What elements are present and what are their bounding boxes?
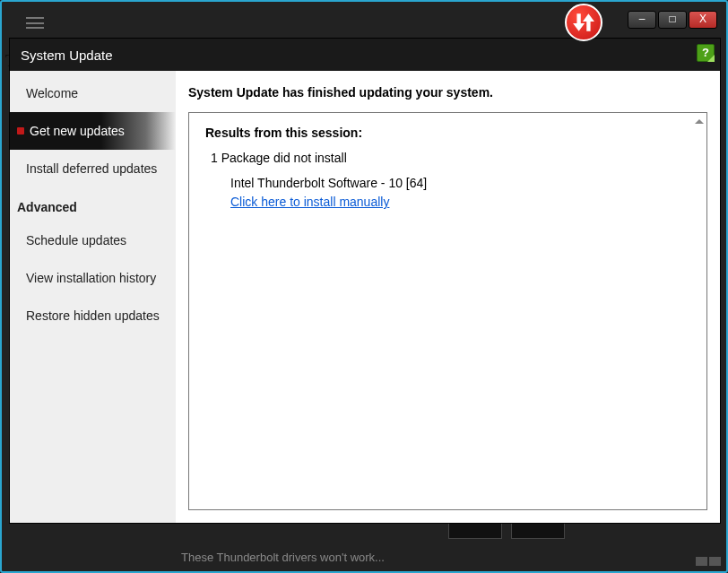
update-notification-icon[interactable] [565,4,602,41]
close-button[interactable]: X [689,11,717,29]
app-title: System Update [21,48,113,63]
background-menu-icon [26,17,44,29]
background-scroll-icon [696,557,721,566]
maximize-button[interactable]: □ [658,11,687,29]
package-name: Intel Thunderbolt Software - 10 [64] [230,176,427,190]
scroll-up-icon[interactable] [695,115,704,124]
sidebar-item-welcome[interactable]: Welcome [10,74,176,112]
install-manually-link[interactable]: Click here to install manually [230,195,389,209]
system-update-window: System Update ? Welcome Get new updates … [9,38,721,524]
app-header: System Update ? [10,39,720,71]
minimize-button[interactable]: – [628,11,656,29]
package-item: Intel Thunderbolt Software - 10 [64] Cli… [230,174,690,212]
package-summary: 1 Package did not install [211,151,690,165]
sidebar-item-install-deferred[interactable]: Install deferred updates [10,150,176,187]
sidebar-item-installation-history[interactable]: View installation history [10,259,176,297]
status-message: System Update has finished updating your… [188,85,707,100]
background-text-bottom: These Thunderbolt drivers won't work... [181,551,385,564]
content-area: System Update has finished updating your… [176,71,720,523]
sidebar-item-restore-hidden[interactable]: Restore hidden updates [10,297,176,334]
sidebar-item-schedule-updates[interactable]: Schedule updates [10,221,176,259]
results-panel: Results from this session: 1 Package did… [188,112,707,510]
window-controls: – □ X [628,11,717,29]
sidebar-section-advanced: Advanced [10,187,176,221]
sidebar-item-get-new-updates[interactable]: Get new updates [10,112,176,150]
results-title: Results from this session: [205,126,690,140]
help-icon[interactable]: ? [697,44,715,62]
sidebar: Welcome Get new updates Install deferred… [10,71,176,523]
